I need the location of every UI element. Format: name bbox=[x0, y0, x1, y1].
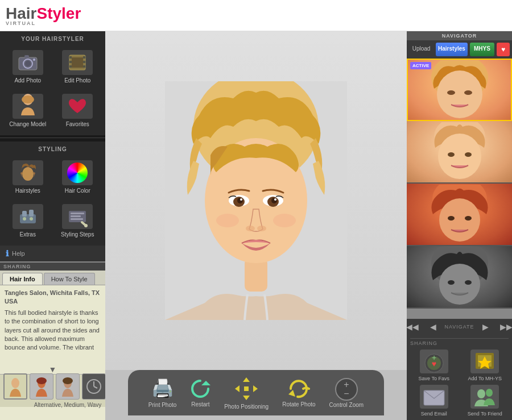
svg-marker-60 bbox=[288, 390, 295, 397]
navigate-label: NAVIGATE bbox=[444, 324, 474, 330]
bottom-thumbs: Alternative, Medium, Wavy bbox=[0, 374, 105, 407]
hair-color-button[interactable]: Hair Color bbox=[55, 157, 101, 197]
logo-hair: Hair bbox=[6, 5, 36, 22]
styling-steps-icon bbox=[62, 204, 93, 229]
send-email-label: Send Email bbox=[421, 411, 447, 417]
svg-marker-56 bbox=[243, 396, 250, 400]
style-thumb-4[interactable] bbox=[407, 246, 512, 309]
model-svg bbox=[165, 81, 347, 320]
change-model-button[interactable]: Change Model bbox=[5, 90, 51, 131]
svg-point-67 bbox=[448, 152, 455, 157]
svg-rect-9 bbox=[69, 65, 72, 68]
add-photo-button[interactable]: Add Photo bbox=[5, 47, 51, 87]
hair-description: This full bodied hairstyle is thanks to … bbox=[5, 309, 101, 352]
svg-point-20 bbox=[30, 217, 33, 221]
tab-upload[interactable]: Upload bbox=[409, 43, 433, 56]
restart-button[interactable]: Restart bbox=[190, 379, 210, 407]
svg-point-28 bbox=[36, 377, 47, 384]
svg-point-2 bbox=[25, 61, 31, 66]
thumb-1[interactable] bbox=[3, 373, 27, 400]
print-photo-button[interactable]: 🖨️ Print Photo bbox=[148, 378, 176, 408]
add-photo-label: Add Photo bbox=[14, 77, 41, 84]
svg-point-76 bbox=[465, 280, 472, 285]
hairstyle-panel: SHARING Hair Info How To Style Tangles S… bbox=[0, 261, 105, 420]
save-to-favs-button[interactable]: ♥ + Save To Favs bbox=[410, 350, 458, 381]
film-icon bbox=[62, 50, 93, 75]
svg-point-62 bbox=[437, 70, 482, 118]
svg-point-30 bbox=[63, 377, 73, 384]
svg-rect-6 bbox=[72, 57, 83, 68]
svg-point-50 bbox=[246, 226, 255, 231]
zoom-circle[interactable]: + − bbox=[335, 378, 358, 401]
left-panel: YOUR HAIRSTYLER Add Photo bbox=[0, 31, 105, 420]
thumb-clock[interactable] bbox=[82, 373, 106, 400]
thumb-2[interactable] bbox=[30, 373, 53, 400]
extras-icon bbox=[13, 204, 43, 229]
styling-steps-button[interactable]: Styling Steps bbox=[55, 201, 101, 241]
photo-area bbox=[105, 31, 407, 370]
change-model-label: Change Model bbox=[9, 121, 46, 127]
svg-point-25 bbox=[84, 224, 88, 227]
svg-point-66 bbox=[438, 134, 481, 179]
hairstyles-button[interactable]: Hairstyles bbox=[5, 157, 51, 197]
tab-hairstyles[interactable]: Hairstyles bbox=[436, 43, 468, 56]
svg-point-19 bbox=[23, 217, 26, 221]
edit-photo-button[interactable]: Edit Photo bbox=[55, 47, 101, 87]
model-face bbox=[165, 81, 347, 320]
panel-content: Tangles Salon, Wichita Falls, TX USA Thi… bbox=[0, 285, 105, 365]
tab-mhys[interactable]: MHYS bbox=[470, 43, 494, 56]
send-friend-label: Send To Friend bbox=[468, 411, 502, 417]
heart-tab[interactable]: ♥ bbox=[497, 43, 510, 56]
extras-button[interactable]: Extras bbox=[5, 201, 51, 241]
nav-left-arrow[interactable]: ◀ bbox=[427, 321, 440, 332]
svg-point-74 bbox=[439, 264, 480, 305]
nav-next-arrow[interactable]: ▶▶ bbox=[497, 321, 512, 332]
zoom-button[interactable]: + − Control Zoom bbox=[329, 378, 364, 408]
style-thumb-1[interactable]: ACTIVE bbox=[407, 59, 512, 121]
restart-label: Restart bbox=[191, 401, 209, 407]
nav-right-arrow[interactable]: ▶ bbox=[479, 321, 492, 332]
svg-point-52 bbox=[216, 214, 239, 227]
svg-rect-22 bbox=[71, 213, 84, 214]
rotate-photo-button[interactable]: Rotate Photo bbox=[282, 379, 315, 407]
heart-icon bbox=[62, 94, 93, 119]
add-to-mhys-button[interactable]: Add To MH-YS bbox=[461, 350, 509, 381]
person-icon bbox=[13, 94, 43, 119]
send-email-button[interactable]: Send Email bbox=[410, 385, 458, 417]
svg-point-51 bbox=[257, 226, 266, 231]
logo: HairStyler VIRTUAL bbox=[6, 5, 81, 26]
photo-positioning-button[interactable]: Photo Positioning bbox=[224, 376, 269, 410]
edit-photo-label: Edit Photo bbox=[64, 77, 90, 84]
position-icon bbox=[234, 376, 259, 401]
position-label: Photo Positioning bbox=[224, 404, 269, 410]
svg-rect-18 bbox=[29, 210, 34, 217]
style-thumb-3[interactable] bbox=[407, 184, 512, 246]
styling-title: STYLING bbox=[5, 146, 101, 152]
svg-point-47 bbox=[271, 198, 277, 203]
svg-marker-55 bbox=[243, 377, 250, 382]
send-to-friend-button[interactable]: Send To Friend bbox=[461, 385, 509, 417]
svg-rect-12 bbox=[83, 65, 85, 68]
help-label: Help bbox=[12, 250, 25, 257]
svg-rect-24 bbox=[71, 218, 83, 220]
svg-point-53 bbox=[273, 214, 296, 227]
svg-point-64 bbox=[464, 90, 472, 95]
svg-point-26 bbox=[11, 378, 19, 388]
svg-point-4 bbox=[33, 59, 35, 61]
save-favs-icon: ♥ + bbox=[420, 350, 448, 373]
zoom-plus-icon: + bbox=[344, 380, 349, 389]
style-thumb-2[interactable] bbox=[407, 121, 512, 184]
svg-rect-10 bbox=[83, 56, 85, 59]
scroll-arrow[interactable]: ▼ bbox=[0, 365, 105, 374]
svg-marker-58 bbox=[253, 385, 258, 392]
svg-point-85 bbox=[477, 389, 485, 398]
help-bar[interactable]: ℹ Help bbox=[0, 246, 105, 261]
nav-tabs: Upload Hairstyles MHYS ♥ bbox=[407, 40, 512, 59]
favorites-button[interactable]: Favorites bbox=[55, 90, 101, 131]
svg-point-75 bbox=[448, 280, 455, 285]
svg-rect-8 bbox=[69, 61, 72, 63]
thumb-3[interactable] bbox=[56, 373, 80, 400]
tab-hair-info[interactable]: Hair Info bbox=[2, 273, 43, 285]
rotate-label: Rotate Photo bbox=[282, 401, 315, 407]
tab-how-to-style[interactable]: How To Style bbox=[44, 273, 95, 285]
